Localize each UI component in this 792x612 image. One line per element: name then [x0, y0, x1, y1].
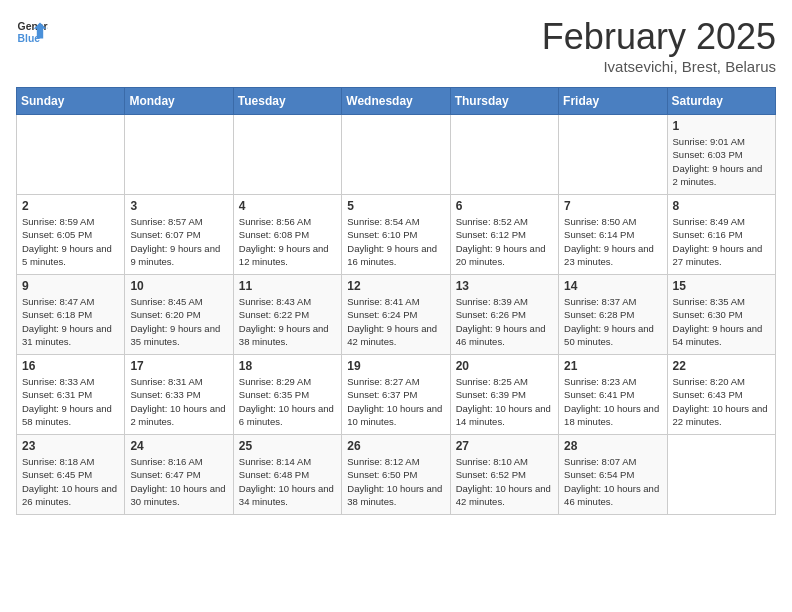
calendar-cell: 3Sunrise: 8:57 AM Sunset: 6:07 PM Daylig…	[125, 195, 233, 275]
header-day: Thursday	[450, 88, 558, 115]
day-number: 25	[239, 439, 336, 453]
page-header: General Blue February 2025 Ivatsevichi, …	[16, 16, 776, 75]
calendar-week: 2Sunrise: 8:59 AM Sunset: 6:05 PM Daylig…	[17, 195, 776, 275]
calendar-cell: 13Sunrise: 8:39 AM Sunset: 6:26 PM Dayli…	[450, 275, 558, 355]
day-info: Sunrise: 8:31 AM Sunset: 6:33 PM Dayligh…	[130, 375, 227, 428]
header-day: Sunday	[17, 88, 125, 115]
header-day: Tuesday	[233, 88, 341, 115]
day-number: 13	[456, 279, 553, 293]
calendar-cell: 22Sunrise: 8:20 AM Sunset: 6:43 PM Dayli…	[667, 355, 775, 435]
day-info: Sunrise: 8:14 AM Sunset: 6:48 PM Dayligh…	[239, 455, 336, 508]
day-number: 10	[130, 279, 227, 293]
day-info: Sunrise: 8:25 AM Sunset: 6:39 PM Dayligh…	[456, 375, 553, 428]
logo: General Blue	[16, 16, 48, 48]
day-info: Sunrise: 8:10 AM Sunset: 6:52 PM Dayligh…	[456, 455, 553, 508]
calendar-cell: 9Sunrise: 8:47 AM Sunset: 6:18 PM Daylig…	[17, 275, 125, 355]
day-info: Sunrise: 8:47 AM Sunset: 6:18 PM Dayligh…	[22, 295, 119, 348]
calendar-cell	[125, 115, 233, 195]
calendar-cell: 2Sunrise: 8:59 AM Sunset: 6:05 PM Daylig…	[17, 195, 125, 275]
header-day: Wednesday	[342, 88, 450, 115]
day-info: Sunrise: 8:39 AM Sunset: 6:26 PM Dayligh…	[456, 295, 553, 348]
header-day: Friday	[559, 88, 667, 115]
day-info: Sunrise: 8:12 AM Sunset: 6:50 PM Dayligh…	[347, 455, 444, 508]
day-info: Sunrise: 8:54 AM Sunset: 6:10 PM Dayligh…	[347, 215, 444, 268]
day-number: 11	[239, 279, 336, 293]
day-info: Sunrise: 8:07 AM Sunset: 6:54 PM Dayligh…	[564, 455, 661, 508]
calendar-cell: 20Sunrise: 8:25 AM Sunset: 6:39 PM Dayli…	[450, 355, 558, 435]
day-number: 22	[673, 359, 770, 373]
day-info: Sunrise: 8:20 AM Sunset: 6:43 PM Dayligh…	[673, 375, 770, 428]
calendar-cell: 10Sunrise: 8:45 AM Sunset: 6:20 PM Dayli…	[125, 275, 233, 355]
day-number: 4	[239, 199, 336, 213]
day-info: Sunrise: 8:33 AM Sunset: 6:31 PM Dayligh…	[22, 375, 119, 428]
day-info: Sunrise: 9:01 AM Sunset: 6:03 PM Dayligh…	[673, 135, 770, 188]
day-info: Sunrise: 8:59 AM Sunset: 6:05 PM Dayligh…	[22, 215, 119, 268]
calendar-cell	[559, 115, 667, 195]
calendar-cell	[667, 435, 775, 515]
calendar-cell: 17Sunrise: 8:31 AM Sunset: 6:33 PM Dayli…	[125, 355, 233, 435]
month-title: February 2025	[542, 16, 776, 58]
calendar-cell: 8Sunrise: 8:49 AM Sunset: 6:16 PM Daylig…	[667, 195, 775, 275]
calendar-week: 9Sunrise: 8:47 AM Sunset: 6:18 PM Daylig…	[17, 275, 776, 355]
day-info: Sunrise: 8:57 AM Sunset: 6:07 PM Dayligh…	[130, 215, 227, 268]
calendar-cell: 4Sunrise: 8:56 AM Sunset: 6:08 PM Daylig…	[233, 195, 341, 275]
day-info: Sunrise: 8:35 AM Sunset: 6:30 PM Dayligh…	[673, 295, 770, 348]
calendar-cell	[450, 115, 558, 195]
day-number: 18	[239, 359, 336, 373]
calendar-cell: 11Sunrise: 8:43 AM Sunset: 6:22 PM Dayli…	[233, 275, 341, 355]
day-number: 2	[22, 199, 119, 213]
calendar-table: SundayMondayTuesdayWednesdayThursdayFrid…	[16, 87, 776, 515]
calendar-week: 23Sunrise: 8:18 AM Sunset: 6:45 PM Dayli…	[17, 435, 776, 515]
calendar-cell: 16Sunrise: 8:33 AM Sunset: 6:31 PM Dayli…	[17, 355, 125, 435]
day-number: 12	[347, 279, 444, 293]
calendar-cell: 19Sunrise: 8:27 AM Sunset: 6:37 PM Dayli…	[342, 355, 450, 435]
day-number: 9	[22, 279, 119, 293]
day-info: Sunrise: 8:45 AM Sunset: 6:20 PM Dayligh…	[130, 295, 227, 348]
calendar-cell: 7Sunrise: 8:50 AM Sunset: 6:14 PM Daylig…	[559, 195, 667, 275]
day-info: Sunrise: 8:56 AM Sunset: 6:08 PM Dayligh…	[239, 215, 336, 268]
calendar-cell: 5Sunrise: 8:54 AM Sunset: 6:10 PM Daylig…	[342, 195, 450, 275]
day-number: 5	[347, 199, 444, 213]
day-info: Sunrise: 8:41 AM Sunset: 6:24 PM Dayligh…	[347, 295, 444, 348]
header-day: Monday	[125, 88, 233, 115]
calendar-cell	[17, 115, 125, 195]
day-number: 6	[456, 199, 553, 213]
day-number: 14	[564, 279, 661, 293]
calendar-cell: 14Sunrise: 8:37 AM Sunset: 6:28 PM Dayli…	[559, 275, 667, 355]
calendar-cell: 23Sunrise: 8:18 AM Sunset: 6:45 PM Dayli…	[17, 435, 125, 515]
day-number: 27	[456, 439, 553, 453]
day-info: Sunrise: 8:43 AM Sunset: 6:22 PM Dayligh…	[239, 295, 336, 348]
day-info: Sunrise: 8:27 AM Sunset: 6:37 PM Dayligh…	[347, 375, 444, 428]
day-info: Sunrise: 8:50 AM Sunset: 6:14 PM Dayligh…	[564, 215, 661, 268]
day-number: 20	[456, 359, 553, 373]
calendar-cell	[233, 115, 341, 195]
location-subtitle: Ivatsevichi, Brest, Belarus	[542, 58, 776, 75]
calendar-cell: 24Sunrise: 8:16 AM Sunset: 6:47 PM Dayli…	[125, 435, 233, 515]
header-day: Saturday	[667, 88, 775, 115]
day-number: 26	[347, 439, 444, 453]
day-number: 1	[673, 119, 770, 133]
calendar-cell: 27Sunrise: 8:10 AM Sunset: 6:52 PM Dayli…	[450, 435, 558, 515]
day-number: 8	[673, 199, 770, 213]
day-number: 16	[22, 359, 119, 373]
logo-icon: General Blue	[16, 16, 48, 48]
day-info: Sunrise: 8:52 AM Sunset: 6:12 PM Dayligh…	[456, 215, 553, 268]
calendar-week: 16Sunrise: 8:33 AM Sunset: 6:31 PM Dayli…	[17, 355, 776, 435]
header-row: SundayMondayTuesdayWednesdayThursdayFrid…	[17, 88, 776, 115]
day-number: 7	[564, 199, 661, 213]
day-number: 28	[564, 439, 661, 453]
calendar-cell: 6Sunrise: 8:52 AM Sunset: 6:12 PM Daylig…	[450, 195, 558, 275]
calendar-cell: 26Sunrise: 8:12 AM Sunset: 6:50 PM Dayli…	[342, 435, 450, 515]
calendar-cell: 12Sunrise: 8:41 AM Sunset: 6:24 PM Dayli…	[342, 275, 450, 355]
calendar-cell: 1Sunrise: 9:01 AM Sunset: 6:03 PM Daylig…	[667, 115, 775, 195]
day-number: 21	[564, 359, 661, 373]
calendar-cell: 15Sunrise: 8:35 AM Sunset: 6:30 PM Dayli…	[667, 275, 775, 355]
day-number: 15	[673, 279, 770, 293]
day-info: Sunrise: 8:23 AM Sunset: 6:41 PM Dayligh…	[564, 375, 661, 428]
day-number: 3	[130, 199, 227, 213]
calendar-cell: 25Sunrise: 8:14 AM Sunset: 6:48 PM Dayli…	[233, 435, 341, 515]
day-number: 24	[130, 439, 227, 453]
calendar-week: 1Sunrise: 9:01 AM Sunset: 6:03 PM Daylig…	[17, 115, 776, 195]
day-info: Sunrise: 8:29 AM Sunset: 6:35 PM Dayligh…	[239, 375, 336, 428]
calendar-cell: 28Sunrise: 8:07 AM Sunset: 6:54 PM Dayli…	[559, 435, 667, 515]
